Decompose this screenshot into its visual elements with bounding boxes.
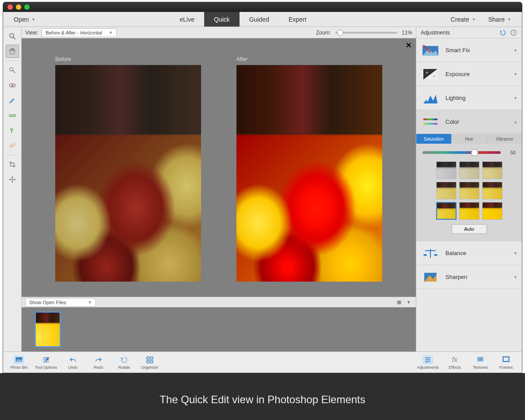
bb-label: Adjustments: [417, 365, 439, 370]
preset[interactable]: [482, 161, 502, 179]
tab-elive[interactable]: eLive: [170, 12, 204, 27]
svg-rect-21: [423, 118, 438, 120]
filmstrip-thumbnail[interactable]: [35, 312, 61, 347]
subtab-hue[interactable]: Hue: [452, 134, 487, 144]
svg-point-0: [10, 34, 14, 38]
chevron-down-icon: ▼: [507, 17, 511, 22]
preset[interactable]: [436, 182, 457, 199]
window-close-button[interactable]: [8, 4, 13, 10]
zoom-slider-thumb[interactable]: [337, 30, 343, 36]
view-dropdown[interactable]: Before & After - Horizontal ▼: [42, 28, 117, 37]
close-document-button[interactable]: ✕: [406, 41, 411, 50]
adj-balance[interactable]: Balance ▾: [416, 241, 522, 265]
create-label: Create: [451, 16, 469, 23]
adj-label: Balance: [445, 250, 466, 256]
open-menu[interactable]: Open ▼: [8, 16, 41, 23]
spot-heal-tool[interactable]: [6, 139, 19, 152]
canvas[interactable]: ✕ Before After: [22, 38, 416, 297]
preset[interactable]: [459, 161, 479, 179]
wand-icon: [8, 66, 16, 74]
reset-icon[interactable]: [499, 29, 507, 37]
bb-effects[interactable]: fx Effects: [445, 355, 464, 370]
text-tool[interactable]: T: [6, 124, 19, 137]
bb-frames[interactable]: Frames: [496, 355, 516, 370]
eye-icon: [8, 81, 16, 89]
move-tool[interactable]: [6, 173, 19, 186]
zoom-tool[interactable]: [6, 30, 19, 43]
subtab-row: Saturation Hue Vibrance: [416, 134, 522, 144]
bb-textures[interactable]: Textures: [471, 355, 490, 370]
share-menu[interactable]: Share ▼: [483, 16, 517, 23]
photo-bin-icon: [14, 355, 24, 364]
bb-organizer[interactable]: Organizer: [140, 355, 160, 370]
subtab-vibrance[interactable]: Vibrance: [487, 134, 522, 144]
zoom-slider[interactable]: [335, 32, 397, 34]
filmstrip-dropdown-value: Show Open Files: [29, 300, 66, 305]
frames-icon: [501, 355, 511, 364]
move-icon: [8, 176, 16, 183]
subtab-saturation[interactable]: Saturation: [416, 134, 452, 144]
redeye-tool[interactable]: [6, 79, 19, 92]
crop-tool[interactable]: [6, 158, 19, 171]
before-image: [55, 65, 201, 282]
preset-selected[interactable]: [436, 202, 457, 220]
preset[interactable]: [482, 182, 502, 199]
tab-expert[interactable]: Expert: [279, 12, 316, 27]
chevron-down-icon: ▼: [31, 17, 35, 22]
bb-undo[interactable]: Undo: [63, 355, 83, 370]
text-icon: T: [8, 126, 16, 134]
bb-adjustments[interactable]: Adjustments: [417, 355, 439, 370]
tab-quick[interactable]: Quick: [204, 12, 240, 27]
auto-button[interactable]: Auto: [452, 224, 487, 234]
adj-sharpen[interactable]: Sharpen ▾: [416, 265, 522, 289]
svg-text:+: +: [426, 70, 428, 75]
bb-rotate[interactable]: Rotate: [114, 355, 134, 370]
window-maximize-button[interactable]: [24, 4, 30, 10]
tab-guided[interactable]: Guided: [240, 12, 279, 27]
caption-text: The Quick Edit view in Photoshop Element…: [160, 393, 365, 406]
balance-icon: [422, 246, 439, 261]
preset[interactable]: [436, 161, 457, 179]
separator: [7, 61, 18, 61]
straighten-tool[interactable]: [6, 109, 19, 122]
zoom-value: 11%: [402, 30, 412, 36]
preset[interactable]: [459, 182, 479, 199]
window-minimize-button[interactable]: [16, 4, 21, 10]
main-area: T View: Before & After - Horizontal ▼: [3, 27, 522, 351]
separator: [7, 155, 18, 155]
bb-photo-bin[interactable]: Photo Bin: [9, 355, 29, 370]
adj-smartfix[interactable]: Smart Fix ▾: [416, 38, 522, 62]
adj-color[interactable]: Color ▴: [416, 110, 522, 134]
filmstrip-dropdown[interactable]: Show Open Files ▼: [25, 298, 96, 307]
level-icon: [8, 111, 16, 119]
hand-tool[interactable]: [6, 45, 19, 58]
chevron-down-icon[interactable]: ▾: [405, 299, 412, 306]
adj-exposure[interactable]: +− Exposure ▾: [416, 62, 522, 86]
menubar: Open ▼ eLive Quick Guided Expert Create …: [3, 12, 522, 27]
bb-label: Frames: [499, 365, 513, 370]
view-label: View:: [25, 30, 38, 36]
bb-redo[interactable]: Redo: [89, 355, 108, 370]
saturation-slider-thumb[interactable]: [471, 149, 478, 156]
layout-icon[interactable]: ▦: [396, 299, 403, 306]
quick-select-tool[interactable]: [6, 64, 19, 77]
adj-label: Smart Fix: [445, 47, 470, 53]
tool-options-icon: [41, 355, 51, 364]
effects-icon: fx: [449, 355, 460, 364]
preset[interactable]: [482, 202, 502, 220]
create-menu[interactable]: Create ▼: [445, 16, 481, 23]
filmstrip: [22, 307, 416, 351]
svg-text:T: T: [10, 128, 13, 134]
organizer-icon: [145, 355, 155, 364]
smartfix-icon: [422, 43, 439, 58]
saturation-slider[interactable]: [422, 151, 501, 154]
adj-lighting[interactable]: Lighting ▾: [416, 86, 522, 110]
preset[interactable]: [459, 202, 479, 220]
whiten-tool[interactable]: [6, 94, 19, 107]
bb-label: Rotate: [118, 365, 130, 370]
brush-icon: [8, 96, 16, 104]
bb-tool-options[interactable]: Tool Options: [35, 355, 57, 370]
rotate-icon: [119, 355, 129, 364]
zoom-label: Zoom:: [316, 30, 331, 36]
help-icon[interactable]: ?: [510, 29, 517, 37]
